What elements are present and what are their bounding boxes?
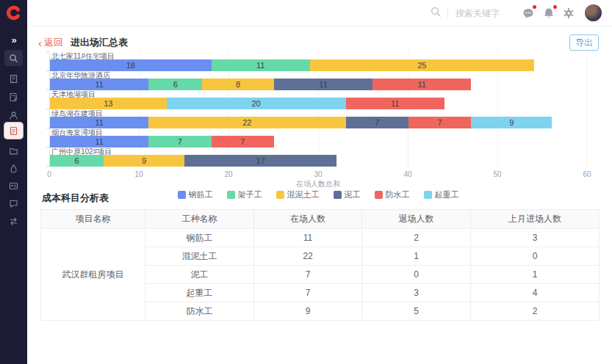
bell-badge: [553, 5, 557, 9]
legend-label: 起重工: [435, 189, 459, 200]
report-icon-active[interactable]: [4, 123, 23, 139]
bar-segment[interactable]: 18: [50, 59, 212, 71]
stacked-bar: 1177: [50, 136, 274, 148]
bar-segment[interactable]: 9: [104, 155, 184, 167]
table-cell: 2: [362, 229, 471, 247]
table-cell: 7: [254, 266, 362, 284]
x-axis-tick-label: 10: [128, 170, 150, 178]
bar-segment[interactable]: 25: [310, 59, 534, 71]
chat-icon[interactable]: [4, 195, 23, 211]
category-label: 北京年华旅游酒店: [51, 70, 110, 79]
y-axis-tick: [46, 166, 49, 167]
search-bar[interactable]: [430, 6, 536, 21]
legend-swatch-icon: [424, 191, 432, 199]
x-axis-tick-label: 40: [397, 170, 419, 178]
table-title: 成本科目分析表: [42, 192, 109, 205]
bar-segment[interactable]: 11: [372, 79, 471, 90]
legend-item[interactable]: 架子工: [227, 189, 262, 200]
table-row: 武汉群租房项目钢筋工1123: [41, 229, 600, 247]
category-label: 烟台海棠湾项目: [51, 128, 103, 136]
folder-icon[interactable]: [4, 142, 23, 159]
legend-item[interactable]: 钢筋工: [178, 189, 213, 200]
table-header-cell: 在场人数: [254, 210, 362, 229]
x-axis-title: 在场人数总和: [49, 179, 587, 189]
building-icon[interactable]: [4, 70, 23, 87]
breadcrumb: ‹ 返回 进出场汇总表: [38, 36, 128, 49]
message-icon[interactable]: [522, 7, 535, 20]
sidebar: »: [0, 0, 27, 364]
table-cell: 1: [471, 266, 600, 284]
bar-segment[interactable]: 11: [346, 98, 444, 109]
legend-label: 架子工: [238, 189, 262, 200]
app-window: »: [0, 0, 612, 364]
table-cell: 3: [471, 229, 600, 247]
category-label: 北七家11#住宅项目: [51, 51, 115, 59]
stacked-bar: 6917: [50, 155, 336, 167]
table-cell: 2: [471, 302, 600, 321]
legend-label: 防水工: [386, 189, 410, 200]
legend-item[interactable]: 泥工: [334, 189, 361, 200]
stacked-bar: 1122779: [50, 117, 552, 128]
legend-label: 泥工: [345, 189, 361, 200]
table-cell: 0: [471, 247, 600, 266]
bar-segment[interactable]: 11: [50, 79, 148, 90]
bar-segment[interactable]: 22: [148, 117, 345, 128]
search-icon[interactable]: [430, 6, 442, 21]
table-cell: 防水工: [145, 302, 254, 321]
back-link[interactable]: 返回: [44, 36, 63, 49]
y-axis-tick: [46, 90, 49, 90]
message-badge: [533, 5, 536, 9]
bar-segment[interactable]: 20: [167, 98, 346, 109]
gear-icon[interactable]: [562, 7, 575, 20]
legend-swatch-icon: [276, 191, 284, 199]
bar-segment[interactable]: 6: [50, 155, 104, 167]
stacked-bar-chart: 在场人数总和 钢筋工架子工混泥土工泥工防水工起重工 0102030405060北…: [49, 51, 587, 167]
bar-segment[interactable]: 13: [50, 98, 167, 109]
transfer-icon[interactable]: [4, 213, 23, 229]
category-label: 广州中原102#项目: [51, 147, 112, 155]
table-cell: 5: [362, 302, 471, 321]
table-cell: 起重工: [145, 284, 254, 302]
user-icon[interactable]: [4, 107, 23, 123]
table-cell: 4: [471, 284, 600, 302]
stacked-bar: 181125: [50, 59, 534, 71]
table-cell: 0: [362, 266, 471, 284]
bar-segment[interactable]: 7: [408, 117, 471, 128]
y-axis-tick: [46, 51, 49, 52]
x-axis-tick-label: 30: [307, 170, 329, 178]
water-drop-icon[interactable]: [4, 160, 23, 176]
y-axis-tick: [46, 109, 49, 109]
divider: [447, 8, 448, 18]
bell-icon[interactable]: [542, 7, 555, 20]
table-cell: 泥工: [145, 266, 254, 284]
document-edit-icon[interactable]: [4, 89, 23, 105]
legend-item[interactable]: 防水工: [375, 189, 410, 200]
search-icon[interactable]: [4, 50, 23, 66]
bar-segment[interactable]: 9: [471, 117, 552, 128]
legend-item[interactable]: 起重工: [424, 189, 459, 200]
app-logo: [6, 5, 21, 21]
bar-segment[interactable]: 11: [212, 59, 310, 71]
bar-segment[interactable]: 7: [212, 136, 274, 148]
bar-segment[interactable]: 8: [202, 79, 274, 90]
bar-segment[interactable]: 11: [50, 117, 148, 128]
bar-segment[interactable]: 11: [50, 136, 148, 148]
bar-segment[interactable]: 17: [184, 155, 336, 167]
bar-segment[interactable]: 6: [148, 79, 202, 90]
x-axis-tick-label: 60: [576, 170, 598, 178]
main-content: ‹ 返回 进出场汇总表 导出 在场人数总和 钢筋工架子工混泥土工泥工防水工起重工…: [27, 26, 612, 364]
y-axis-tick: [46, 128, 49, 128]
back-chevron-icon[interactable]: ‹: [38, 37, 42, 48]
legend-item[interactable]: 混泥土工: [276, 189, 320, 200]
expand-icon[interactable]: »: [4, 32, 23, 48]
export-button[interactable]: 导出: [569, 34, 599, 51]
table-header-cell: 项目名称: [41, 210, 145, 229]
bar-segment[interactable]: 7: [148, 136, 211, 148]
table-cell: 3: [362, 284, 471, 302]
bar-segment[interactable]: 11: [274, 79, 372, 90]
table-cell: 钢筋工: [145, 229, 254, 247]
user-avatar[interactable]: [585, 4, 602, 21]
category-label: 天津地湖项目: [51, 90, 96, 98]
bar-segment[interactable]: 7: [346, 117, 408, 128]
id-card-icon[interactable]: [4, 178, 23, 194]
